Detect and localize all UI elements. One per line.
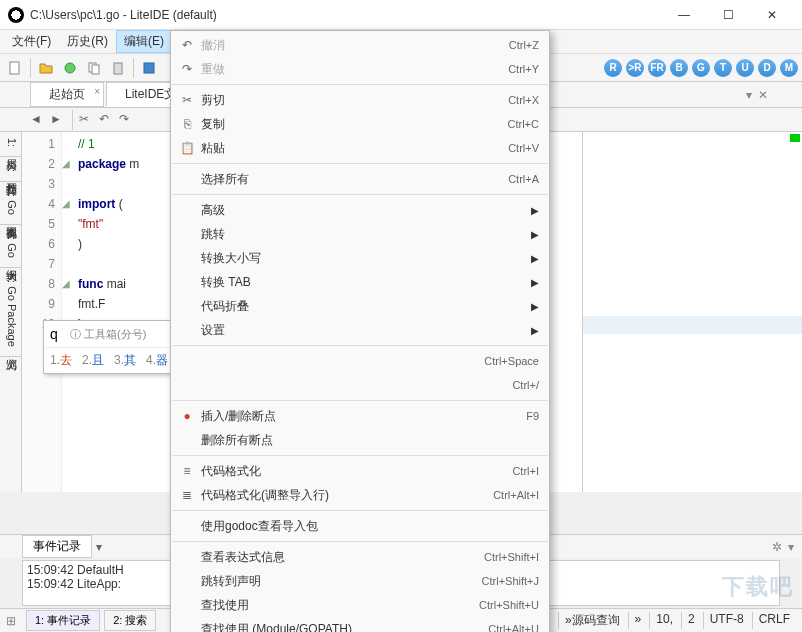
highlight-line [583,316,802,334]
left-tab[interactable]: 1: 类层 [0,132,21,157]
svg-rect-4 [114,63,122,74]
status-source-query[interactable]: »源码查询 [558,612,626,629]
chip->R[interactable]: >R [626,59,644,77]
chip-B[interactable]: B [670,59,688,77]
save-icon[interactable] [138,57,160,79]
svg-point-1 [65,63,75,73]
menu-item[interactable]: ↷重做Ctrl+Y [171,57,549,81]
cut-icon[interactable]: ✂ [79,112,95,128]
ime-candidate[interactable]: 4.器 [146,352,168,369]
mode-chips: R>RFRBGTUDM [604,59,798,77]
chip-U[interactable]: U [736,59,754,77]
edit-context-menu[interactable]: ↶撤消Ctrl+Z↷重做Ctrl+Y✂剪切Ctrl+X⎘复制Ctrl+C📋粘贴C… [170,30,550,632]
chip-D[interactable]: D [758,59,776,77]
menu-file[interactable]: 文件(F) [4,30,59,53]
menu-item[interactable]: ●插入/删除断点F9 [171,404,549,428]
menu-item[interactable]: ⎘复制Ctrl+C [171,112,549,136]
redo-icon[interactable]: ↷ [119,112,135,128]
menu-edit[interactable]: 编辑(E) [116,30,172,53]
menu-item[interactable]: 设置▶ [171,318,549,342]
menu-history[interactable]: 历史(R) [59,30,116,53]
menu-item[interactable]: 高级▶ [171,198,549,222]
menu-item[interactable]: 选择所有Ctrl+A [171,167,549,191]
chip-T[interactable]: T [714,59,732,77]
menu-item[interactable]: Ctrl+Space [171,349,549,373]
status-col: 2 [681,612,701,629]
left-tab[interactable]: 5: Go Package 浏览 [0,268,21,357]
fold-column: ◢◢◢ [62,132,74,314]
menu-item[interactable]: 查找使用 (Module/GOPATH)Ctrl+Alt+U [171,617,549,632]
status-eol[interactable]: CRLF [752,612,796,629]
ime-candidate[interactable]: 3.其 [114,352,136,369]
left-tab[interactable]: 4: Go 大纲 [0,225,21,268]
left-tab[interactable]: 2: 打开文档 [0,157,21,182]
menu-item[interactable]: ≣代码格式化(调整导入行)Ctrl+Alt+I [171,483,549,507]
minimize-button[interactable]: ― [662,1,706,29]
chip-FR[interactable]: FR [648,59,666,77]
menu-item[interactable]: 跳转▶ [171,222,549,246]
status-search[interactable]: 2: 搜索 [104,610,156,631]
settings-icon[interactable]: ✲ [772,540,782,554]
chip-R[interactable]: R [604,59,622,77]
status-arrow-icon[interactable]: » [628,612,648,629]
menu-item[interactable]: ✂剪切Ctrl+X [171,88,549,112]
menu-item[interactable]: ≡代码格式化Ctrl+I [171,459,549,483]
menu-item[interactable]: Ctrl+/ [171,373,549,397]
status-encoding[interactable]: UTF-8 [703,612,750,629]
left-sidebar: 1: 类层2: 打开文档3: Go 类视图4: Go 大纲5: Go Packa… [0,132,22,492]
copy-icon[interactable] [83,57,105,79]
menu-item[interactable]: 转换 TAB▶ [171,270,549,294]
dropdown-icon[interactable]: ▾ [96,540,102,554]
ime-candidate[interactable]: 1.去 [50,352,72,369]
refresh-icon[interactable] [59,57,81,79]
undo-icon[interactable]: ↶ [99,112,115,128]
panel-menu-icon[interactable]: ▾ [746,88,752,102]
close-button[interactable]: ✕ [750,1,794,29]
forward-icon[interactable]: ► [50,112,66,128]
back-icon[interactable]: ◄ [30,112,46,128]
app-icon [8,7,24,23]
menu-item[interactable]: 代码折叠▶ [171,294,549,318]
maximize-button[interactable]: ☐ [706,1,750,29]
menu-item[interactable]: ↶撤消Ctrl+Z [171,33,549,57]
svg-rect-5 [144,63,154,73]
window-title: C:\Users\pc\1.go - LiteIDE (default) [30,8,662,22]
panel-controls: ▾✕ [746,88,772,102]
title-bar: C:\Users\pc\1.go - LiteIDE (default) ― ☐… [0,0,802,30]
open-folder-icon[interactable] [35,57,57,79]
chip-G[interactable]: G [692,59,710,77]
panel-close-icon[interactable]: ✕ [758,88,768,102]
menu-item[interactable]: 跳转到声明Ctrl+Shift+J [171,569,549,593]
ime-candidate[interactable]: 2.且 [82,352,104,369]
svg-rect-0 [10,62,19,74]
left-tab[interactable]: 3: Go 类视图 [0,182,21,225]
tab-start[interactable]: 起始页× [30,82,104,107]
collapse-icon[interactable]: ▾ [788,540,794,554]
paste-icon[interactable] [107,57,129,79]
code-area[interactable]: // 1 package m import ( "fmt" ) func mai… [62,132,143,492]
menu-item[interactable]: 查看表达式信息Ctrl+Shift+I [171,545,549,569]
status-event-log[interactable]: 1: 事件记录 [26,610,100,631]
event-log-tab[interactable]: 事件记录 [22,535,92,558]
right-panel [582,132,802,492]
new-file-icon[interactable] [4,57,26,79]
menu-item[interactable]: 使用godoc查看导入包 [171,514,549,538]
status-line: 10, [649,612,679,629]
menu-item[interactable]: 删除所有断点 [171,428,549,452]
ime-query: q [50,326,70,342]
line-gutter: 12345678910 [22,132,62,492]
menu-item[interactable]: 📋粘贴Ctrl+V [171,136,549,160]
svg-rect-3 [92,65,99,74]
chip-M[interactable]: M [780,59,798,77]
status-toggle-icon[interactable]: ⊞ [0,614,22,628]
menu-item[interactable]: 转换大小写▶ [171,246,549,270]
menu-item[interactable]: 查找使用Ctrl+Shift+U [171,593,549,617]
minimap-marker [790,134,800,142]
